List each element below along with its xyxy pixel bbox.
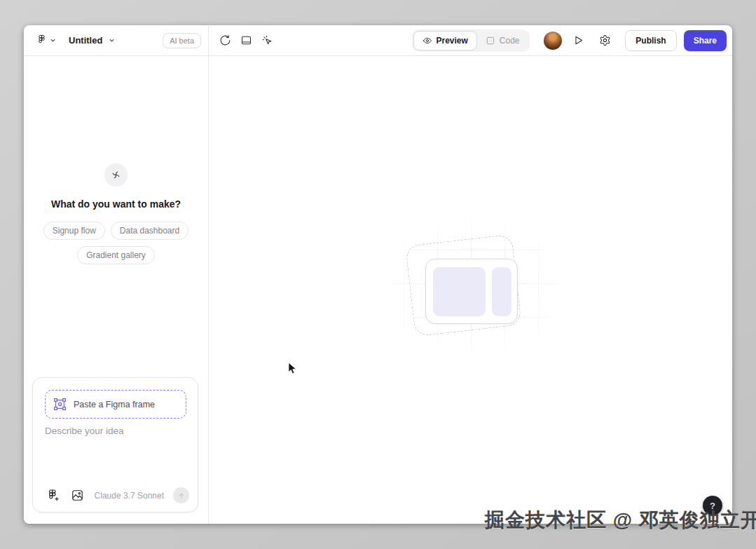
topbar-right: Preview Code	[209, 25, 732, 55]
chip-gradient-gallery[interactable]: Gradient gallery	[77, 246, 155, 264]
publish-button[interactable]: Publish	[625, 30, 676, 51]
topbar: Untitled AI beta	[24, 25, 732, 56]
play-icon	[572, 34, 584, 46]
prompt-footer: Claude 3.7 Sonnet	[45, 487, 189, 503]
gear-icon	[599, 34, 611, 46]
main-area: What do you want to make? Signup flow Da…	[24, 56, 732, 524]
present-button[interactable]	[568, 30, 589, 51]
app-window: Untitled AI beta	[24, 25, 732, 524]
ai-beta-badge: AI beta	[163, 33, 201, 48]
screenshot-root: { "topbar": { "title": "Untitled", "badg…	[0, 0, 756, 549]
send-button[interactable]	[173, 487, 189, 503]
topbar-left: Untitled AI beta	[24, 25, 209, 55]
paste-frame-icon	[53, 397, 67, 412]
document-title: Untitled	[69, 35, 102, 46]
console-panel-icon	[240, 34, 252, 46]
tab-code[interactable]: Code	[477, 31, 528, 50]
figma-main-menu-button[interactable]	[34, 32, 59, 50]
sidebar-hero: What do you want to make? Signup flow Da…	[24, 163, 208, 264]
placeholder-block-left	[433, 267, 486, 316]
sparkle-icon	[110, 169, 122, 181]
chip-data-dashboard[interactable]: Data dashboard	[111, 222, 188, 240]
sidebar: What do you want to make? Signup flow Da…	[24, 56, 209, 524]
eye-icon	[422, 36, 432, 46]
chip-signup-flow[interactable]: Signup flow	[43, 222, 105, 240]
tab-preview[interactable]: Preview	[413, 31, 476, 50]
attach-figma-button[interactable]	[45, 488, 60, 503]
attach-image-button[interactable]	[69, 488, 85, 503]
canvas[interactable]: ?	[209, 56, 732, 524]
image-icon	[71, 489, 84, 502]
topbar-actions: Publish Share	[544, 30, 727, 51]
sparkle-orb	[104, 163, 128, 187]
placeholder-card	[425, 259, 518, 324]
figma-logo-icon	[36, 34, 47, 47]
mouse-cursor-icon	[288, 362, 299, 375]
suggestion-chips: Signup flow Data dashboard Gradient gall…	[37, 222, 195, 264]
chevron-down-icon	[50, 37, 56, 43]
cursor-click-icon	[261, 34, 273, 46]
arrow-up-icon	[177, 492, 186, 500]
settings-button[interactable]	[594, 30, 615, 51]
refresh-button[interactable]	[214, 30, 235, 51]
refresh-icon	[219, 34, 231, 46]
document-title-menu[interactable]: Untitled	[69, 35, 115, 46]
prompt-heading: What do you want to make?	[51, 198, 181, 210]
tab-preview-label: Preview	[436, 36, 467, 46]
chevron-down-icon	[109, 37, 115, 43]
code-icon	[486, 36, 495, 46]
prompt-input[interactable]	[45, 426, 186, 466]
share-button[interactable]: Share	[684, 30, 727, 51]
console-panel-button[interactable]	[235, 30, 256, 51]
tab-code-label: Code	[500, 36, 520, 46]
figma-plus-icon	[46, 489, 60, 502]
user-avatar[interactable]	[544, 32, 562, 50]
prompt-card: Paste a Figma frame	[32, 377, 198, 513]
paste-frame-label: Paste a Figma frame	[74, 400, 155, 409]
model-name: Claude 3.7 Sonnet	[95, 491, 164, 501]
paste-figma-frame-button[interactable]: Paste a Figma frame	[45, 390, 186, 419]
placeholder-block-right	[492, 267, 511, 316]
pointer-mode-button[interactable]	[256, 30, 277, 51]
watermark-text: 掘金技术社区 @ 邓英俊独立开发	[485, 507, 756, 534]
view-mode-toggle: Preview Code	[411, 29, 529, 52]
